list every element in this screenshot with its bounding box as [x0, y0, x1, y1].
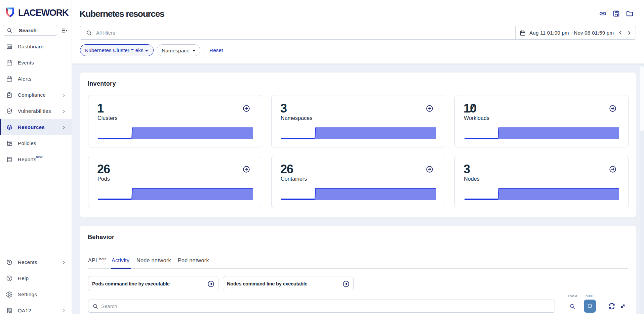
- svg-text:LACEWORK: LACEWORK: [18, 8, 69, 17]
